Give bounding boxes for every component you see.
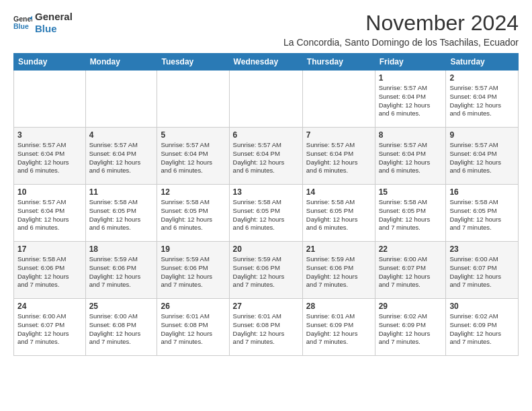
day-number: 13 [233,187,299,197]
day-number: 16 [449,187,515,197]
logo-text-line1: General [35,11,73,23]
calendar-cell [302,71,375,128]
day-number: 5 [161,130,225,140]
calendar-week-5: 24Sunrise: 6:00 AM Sunset: 6:07 PM Dayli… [14,299,519,356]
calendar-cell: 24Sunrise: 6:00 AM Sunset: 6:07 PM Dayli… [14,299,86,356]
day-number: 6 [233,130,299,140]
calendar-cell: 5Sunrise: 5:57 AM Sunset: 6:04 PM Daylig… [157,128,229,185]
calendar-cell: 27Sunrise: 6:01 AM Sunset: 6:08 PM Dayli… [229,299,302,356]
calendar-header-thursday: Thursday [302,54,375,71]
day-number: 7 [306,130,371,140]
calendar-cell: 11Sunrise: 5:58 AM Sunset: 6:05 PM Dayli… [85,185,157,242]
calendar-cell: 23Sunrise: 6:00 AM Sunset: 6:07 PM Dayli… [446,242,519,299]
day-number: 28 [306,302,371,311]
day-info: Sunrise: 6:02 AM Sunset: 6:09 PM Dayligh… [379,312,443,347]
page-header: General Blue General Blue November 2024 … [13,11,519,48]
calendar-cell [14,71,86,128]
day-info: Sunrise: 6:01 AM Sunset: 6:09 PM Dayligh… [306,312,371,347]
logo-icon: General Blue [13,13,32,32]
day-info: Sunrise: 6:00 AM Sunset: 6:07 PM Dayligh… [449,255,515,289]
day-number: 21 [306,244,371,254]
day-info: Sunrise: 5:59 AM Sunset: 6:06 PM Dayligh… [89,255,154,289]
day-number: 30 [449,302,515,311]
calendar-cell: 6Sunrise: 5:57 AM Sunset: 6:04 PM Daylig… [229,128,302,185]
calendar-week-3: 10Sunrise: 5:57 AM Sunset: 6:04 PM Dayli… [14,185,519,242]
calendar-header-sunday: Sunday [14,54,86,71]
calendar-cell: 18Sunrise: 5:59 AM Sunset: 6:06 PM Dayli… [85,242,157,299]
day-info: Sunrise: 5:59 AM Sunset: 6:06 PM Dayligh… [306,255,371,289]
day-info: Sunrise: 6:00 AM Sunset: 6:08 PM Dayligh… [89,312,154,347]
calendar-cell: 4Sunrise: 5:57 AM Sunset: 6:04 PM Daylig… [85,128,157,185]
calendar-cell: 20Sunrise: 5:59 AM Sunset: 6:06 PM Dayli… [229,242,302,299]
day-number: 3 [17,130,82,140]
calendar-header-saturday: Saturday [446,54,519,71]
day-number: 26 [161,302,225,311]
calendar-cell: 13Sunrise: 5:58 AM Sunset: 6:05 PM Dayli… [229,185,302,242]
calendar-cell: 25Sunrise: 6:00 AM Sunset: 6:08 PM Dayli… [85,299,157,356]
day-info: Sunrise: 5:58 AM Sunset: 6:05 PM Dayligh… [306,198,371,232]
day-number: 10 [17,187,82,197]
calendar-cell [85,71,157,128]
day-info: Sunrise: 5:59 AM Sunset: 6:06 PM Dayligh… [233,255,299,289]
day-number: 29 [379,302,443,311]
calendar-cell: 21Sunrise: 5:59 AM Sunset: 6:06 PM Dayli… [302,242,375,299]
day-info: Sunrise: 5:58 AM Sunset: 6:05 PM Dayligh… [379,198,443,232]
calendar-cell [157,71,229,128]
calendar-cell: 15Sunrise: 5:58 AM Sunset: 6:05 PM Dayli… [375,185,446,242]
day-info: Sunrise: 5:57 AM Sunset: 6:04 PM Dayligh… [17,141,82,175]
calendar-cell: 1Sunrise: 5:57 AM Sunset: 6:04 PM Daylig… [375,71,446,128]
day-number: 19 [161,244,225,254]
day-info: Sunrise: 5:57 AM Sunset: 6:04 PM Dayligh… [89,141,154,175]
calendar-cell: 2Sunrise: 5:57 AM Sunset: 6:04 PM Daylig… [446,71,519,128]
day-info: Sunrise: 6:00 AM Sunset: 6:07 PM Dayligh… [17,312,82,347]
day-info: Sunrise: 6:01 AM Sunset: 6:08 PM Dayligh… [233,312,299,347]
day-number: 12 [161,187,225,197]
day-info: Sunrise: 5:58 AM Sunset: 6:05 PM Dayligh… [233,198,299,232]
calendar-week-4: 17Sunrise: 5:58 AM Sunset: 6:06 PM Dayli… [14,242,519,299]
calendar-cell: 8Sunrise: 5:57 AM Sunset: 6:04 PM Daylig… [375,128,446,185]
day-number: 27 [233,302,299,311]
day-number: 24 [17,302,82,311]
calendar-header-row: SundayMondayTuesdayWednesdayThursdayFrid… [14,54,519,71]
calendar-cell: 30Sunrise: 6:02 AM Sunset: 6:09 PM Dayli… [446,299,519,356]
day-info: Sunrise: 5:57 AM Sunset: 6:04 PM Dayligh… [449,141,515,175]
calendar: SundayMondayTuesdayWednesdayThursdayFrid… [13,53,519,356]
calendar-cell: 9Sunrise: 5:57 AM Sunset: 6:04 PM Daylig… [446,128,519,185]
calendar-cell: 26Sunrise: 6:01 AM Sunset: 6:08 PM Dayli… [157,299,229,356]
calendar-cell: 17Sunrise: 5:58 AM Sunset: 6:06 PM Dayli… [14,242,86,299]
day-info: Sunrise: 6:00 AM Sunset: 6:07 PM Dayligh… [379,255,443,289]
calendar-header-monday: Monday [85,54,157,71]
logo: General Blue General Blue [13,11,73,35]
day-info: Sunrise: 5:57 AM Sunset: 6:04 PM Dayligh… [233,141,299,175]
day-info: Sunrise: 5:58 AM Sunset: 6:06 PM Dayligh… [17,255,82,289]
calendar-cell: 29Sunrise: 6:02 AM Sunset: 6:09 PM Dayli… [375,299,446,356]
calendar-cell: 3Sunrise: 5:57 AM Sunset: 6:04 PM Daylig… [14,128,86,185]
calendar-cell: 12Sunrise: 5:58 AM Sunset: 6:05 PM Dayli… [157,185,229,242]
day-number: 14 [306,187,371,197]
day-info: Sunrise: 5:57 AM Sunset: 6:04 PM Dayligh… [161,141,225,175]
day-info: Sunrise: 6:01 AM Sunset: 6:08 PM Dayligh… [161,312,225,347]
logo-text-line2: Blue [35,23,73,35]
day-number: 18 [89,244,154,254]
calendar-cell: 10Sunrise: 5:57 AM Sunset: 6:04 PM Dayli… [14,185,86,242]
calendar-cell [229,71,302,128]
day-number: 9 [449,130,515,140]
day-number: 25 [89,302,154,311]
day-info: Sunrise: 5:57 AM Sunset: 6:04 PM Dayligh… [449,84,515,118]
month-title: November 2024 [283,11,519,36]
day-number: 2 [449,73,515,83]
day-info: Sunrise: 5:58 AM Sunset: 6:05 PM Dayligh… [449,198,515,232]
day-info: Sunrise: 5:57 AM Sunset: 6:04 PM Dayligh… [17,198,82,232]
day-number: 8 [379,130,443,140]
title-area: November 2024 La Concordia, Santo Doming… [283,11,519,48]
calendar-cell: 19Sunrise: 5:59 AM Sunset: 6:06 PM Dayli… [157,242,229,299]
day-number: 23 [449,244,515,254]
day-number: 22 [379,244,443,254]
calendar-header-friday: Friday [375,54,446,71]
calendar-cell: 14Sunrise: 5:58 AM Sunset: 6:05 PM Dayli… [302,185,375,242]
location-title: La Concordia, Santo Domingo de los Tsach… [283,37,519,48]
day-number: 17 [17,244,82,254]
svg-text:Blue: Blue [13,22,29,30]
day-info: Sunrise: 5:57 AM Sunset: 6:04 PM Dayligh… [379,84,443,118]
day-info: Sunrise: 6:02 AM Sunset: 6:09 PM Dayligh… [449,312,515,347]
